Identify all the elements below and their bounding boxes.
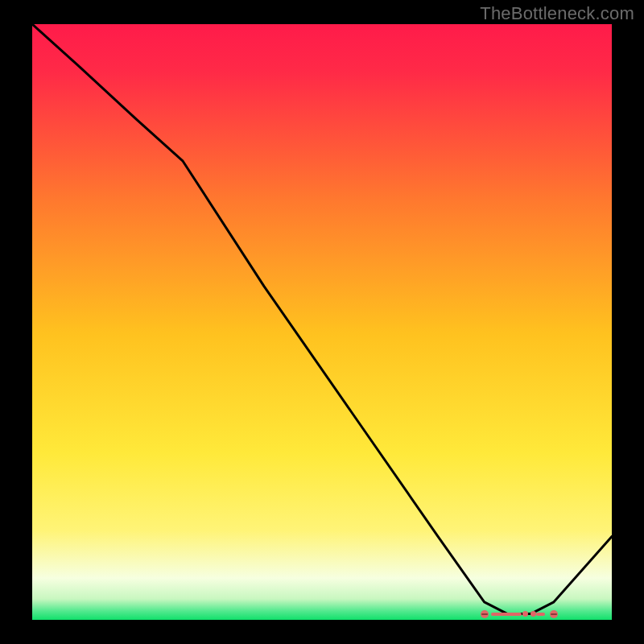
curve-overlay [32,24,612,620]
bottleneck-curve [32,24,612,614]
marker-dash [536,613,544,616]
marker-dot-icon [530,611,536,617]
plot-area [32,24,612,620]
marker-dash [491,613,522,616]
watermark-label: TheBottleneck.com [480,3,634,24]
marker-dot-icon [522,611,528,617]
marker-screw-icon [550,610,558,618]
marker-screw-icon [481,610,489,618]
chart-frame: TheBottleneck.com [0,0,644,644]
